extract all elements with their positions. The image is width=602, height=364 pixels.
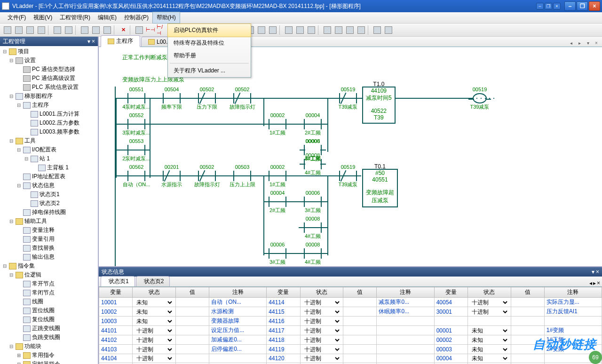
tb-contact-no[interactable]: ⊢⊣ <box>145 25 156 35</box>
status-select[interactable]: 十进制 <box>302 299 341 306</box>
status-select[interactable]: 十进制 <box>135 346 174 353</box>
tree-node[interactable]: 复位线圈 <box>1 315 97 324</box>
tab-main[interactable]: 主程序 <box>101 35 140 47</box>
tree-node[interactable]: ⊟位逻辑 <box>1 270 97 279</box>
status-header-cell[interactable]: 值 <box>511 287 544 298</box>
mdi-minimize[interactable]: – <box>536 3 544 9</box>
ladder-contact[interactable]: 000084#工频 <box>299 152 327 176</box>
status-select[interactable]: 十进制 <box>302 355 341 362</box>
status-select[interactable]: 未知 <box>470 336 509 344</box>
menu-edit[interactable]: 编辑(E) <box>94 12 120 23</box>
tb-t6[interactable] <box>256 25 267 35</box>
tree-node[interactable]: L0003.频率参数 <box>1 127 97 136</box>
status-select[interactable]: 十进制 <box>135 336 174 344</box>
status-row[interactable]: 44103十进制启停偏差0...44119十进制00003未知2#变频 <box>99 345 602 354</box>
status-tab-close[interactable]: × <box>597 280 600 286</box>
status-select[interactable]: 未知 <box>470 355 509 362</box>
status-select[interactable]: 十进制 <box>135 355 174 362</box>
status-header-btns[interactable]: ▾ × <box>592 269 599 275</box>
tree-node[interactable]: 线圈 <box>1 297 97 306</box>
tree-node[interactable]: 状态页2 <box>1 199 97 208</box>
status-select[interactable]: 未知 <box>470 327 509 334</box>
tree-node[interactable]: 变量注释 <box>1 226 97 235</box>
tb-t13[interactable] <box>345 25 355 35</box>
tree-node[interactable]: ⊟站 1 <box>1 154 97 163</box>
menu-start-sim[interactable]: 启动PLC仿真软件 <box>167 24 251 37</box>
tb-paste[interactable] <box>102 25 112 35</box>
status-header-cell[interactable]: 注释 <box>209 287 267 298</box>
status-select[interactable]: 十进制 <box>470 299 509 306</box>
status-row[interactable]: 44101十进制设定压力值...44117十进制00001未知1#变频 <box>99 326 602 335</box>
status-row[interactable]: 44104十进制44120十进制00004未知 <box>99 354 602 363</box>
menu-special-reg[interactable]: 特殊寄存器及特殊位 <box>168 37 251 49</box>
status-header-cell[interactable]: 值 <box>175 287 209 298</box>
status-row[interactable]: 10001未知自动（ON...44114十进制减泵频率0...40054十进制实… <box>99 298 602 307</box>
tree-body[interactable]: ⊟项目⊟设置PC 通信类型选择PC 通信高级设置PLC 系统信息设置⊟梯形图程序… <box>0 46 98 364</box>
tree-node[interactable]: ⊞定时器指令 <box>1 360 97 364</box>
tree-node[interactable]: PC 通信类型选择 <box>1 65 97 74</box>
close-button[interactable]: × <box>589 1 600 11</box>
status-select[interactable]: 未知 <box>135 317 174 325</box>
tree-node[interactable]: ⊟辅助工具 <box>1 217 97 226</box>
tree-node[interactable]: 掉电保持线圈 <box>1 208 97 217</box>
status-row[interactable]: 44102十进制加减偏差0...44118十进制00002未知1#工频 <box>99 335 602 345</box>
status-select[interactable]: 未知 <box>135 299 174 306</box>
status-header-cell[interactable]: 变量 <box>434 287 467 298</box>
status-select[interactable]: 未知 <box>135 308 174 316</box>
minimize-button[interactable]: – <box>564 1 576 11</box>
ladder-function-block[interactable]: T1.044109减泵时间540522T39 <box>362 87 396 124</box>
tb-undo[interactable] <box>52 25 63 35</box>
menu-file[interactable]: 文件(F) <box>4 12 30 23</box>
tree-node[interactable]: 常闭节点 <box>1 288 97 297</box>
status-header-cell[interactable]: 注释 <box>544 287 602 298</box>
tree-node[interactable]: ⊟功能块 <box>1 342 97 351</box>
tree-node[interactable]: ⊟状态信息 <box>1 181 97 190</box>
tb-run[interactable] <box>372 25 382 35</box>
status-tab-2[interactable]: 状态页2 <box>136 276 170 286</box>
ladder-contact[interactable]: 000021#工频 <box>263 164 292 188</box>
status-header-cell[interactable]: 变量 <box>99 287 133 298</box>
status-header-cell[interactable]: 变量 <box>267 287 300 298</box>
status-row[interactable]: 10002未知水源检测44115十进制休眠频率0...30001十进制压力反馈A… <box>99 307 602 317</box>
tree-node[interactable]: L0002.压力参数 <box>1 119 97 127</box>
status-select[interactable]: 十进制 <box>302 317 341 325</box>
tb-contact-nc[interactable]: ⊢/⊣ <box>157 25 167 35</box>
tree-node[interactable]: ⊟设置 <box>1 56 97 65</box>
tree-node[interactable]: 常开节点 <box>1 279 97 288</box>
tb-print[interactable] <box>36 25 47 35</box>
tree-node[interactable]: PLC 系统信息设置 <box>1 83 97 92</box>
status-select[interactable]: 未知 <box>470 346 509 353</box>
menu-view[interactable]: 视图(V) <box>30 12 56 23</box>
tb-t12[interactable] <box>333 25 344 35</box>
tb-save[interactable] <box>25 25 35 35</box>
tb-cut[interactable] <box>79 25 90 35</box>
status-header-cell[interactable]: 值 <box>343 287 377 298</box>
status-select[interactable]: 十进制 <box>302 327 341 334</box>
tree-node[interactable]: ⊟指令集 <box>1 261 97 270</box>
tab-prev[interactable]: ◂ <box>567 39 575 47</box>
tb-open[interactable] <box>14 25 24 35</box>
tree-node[interactable]: ⊟项目 <box>1 47 97 56</box>
tree-node[interactable]: ⊟主程序 <box>1 101 97 110</box>
tree-pin-icon[interactable]: ▾ × <box>87 38 95 45</box>
menu-about[interactable]: 关于程序 VLadder ... <box>168 64 251 77</box>
tree-node[interactable]: 负跳变线圈 <box>1 333 97 342</box>
tb-t9[interactable] <box>295 25 305 35</box>
tab-menu[interactable]: ▾ <box>584 39 592 47</box>
tree-node[interactable]: 置位线圈 <box>1 306 97 315</box>
tree-node[interactable]: 主背板 1 <box>1 163 97 172</box>
tb-t7[interactable] <box>268 25 278 35</box>
tree-node[interactable]: 正跳变线圈 <box>1 324 97 333</box>
status-select[interactable]: 十进制 <box>135 327 174 334</box>
status-header-cell[interactable]: 状态 <box>133 287 176 298</box>
ladder-function-block[interactable]: T0.1#5040551变频故障超压减泵 <box>362 169 398 207</box>
tree-node[interactable]: L0001.压力计算 <box>1 110 97 119</box>
tree-node[interactable]: ⊞常用指令 <box>1 351 97 360</box>
tree-node[interactable]: 查找替换 <box>1 244 97 253</box>
tab-close[interactable]: × <box>593 39 600 47</box>
status-select[interactable]: 十进制 <box>302 346 341 353</box>
tb-delete[interactable]: ✕ <box>118 25 128 35</box>
tb-new[interactable] <box>2 25 13 35</box>
tree-node[interactable]: 状态页1 <box>1 190 97 199</box>
tree-node[interactable]: 输出信息 <box>1 253 97 261</box>
